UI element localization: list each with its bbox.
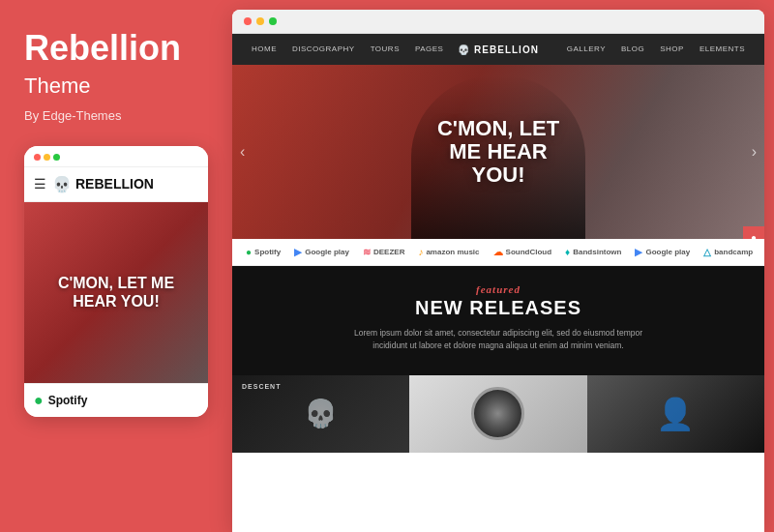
- bandsintown-text: Bandsintown: [573, 248, 621, 256]
- google-play-icon: ▶: [294, 247, 302, 257]
- mobile-bottom: ● Spotify: [24, 383, 208, 417]
- mobile-hero: C'MON, LET ME HEAR YOU!: [24, 202, 208, 383]
- soundcloud-icon: ☁: [493, 247, 503, 257]
- browser-dot-green[interactable]: [269, 17, 277, 25]
- mobile-top-bar: [24, 146, 208, 167]
- streaming-spotify[interactable]: ● Spotify: [246, 247, 281, 257]
- streaming-bandsintown[interactable]: ♦ Bandsintown: [565, 247, 621, 257]
- album-card-descent[interactable]: 💀 DESCENT: [232, 375, 409, 453]
- nav-item-discography[interactable]: DISCOGRAPHY: [284, 34, 363, 65]
- hero-title: C'MON, LETME HEARYOU!: [437, 117, 559, 188]
- mobile-dots: [34, 154, 60, 161]
- mobile-header: ☰ 💀 REBELLION: [24, 167, 208, 202]
- streaming-bandcamp[interactable]: △ bandcamp: [703, 247, 753, 257]
- vinyl-art: [471, 387, 524, 440]
- album-title-descent: DESCENT: [242, 383, 281, 390]
- nav-skull-icon: 💀: [458, 44, 470, 55]
- bandcamp-icon: △: [703, 247, 711, 257]
- site-nav: HOME DISCOGRAPHY TOURS PAGES 💀 REBELLION…: [232, 34, 764, 65]
- hair-art: 👤: [656, 396, 695, 432]
- streaming-bar: ● Spotify ▶ Google play ≋ DEEZER ♪ amazo…: [232, 239, 764, 266]
- hero-text-block: C'MON, LETME HEARYOU!: [437, 117, 559, 188]
- album-art-hair: 👤: [587, 375, 764, 453]
- browser-dot-yellow[interactable]: [256, 17, 264, 25]
- featured-description: Lorem ipsum dolor sit amet, consectetur …: [343, 327, 653, 352]
- google-play-text: Google play: [305, 248, 349, 256]
- dot-red: [34, 154, 41, 161]
- new-releases-title: NEW RELEASES: [252, 297, 745, 319]
- google-play-2-icon: ▶: [635, 247, 642, 257]
- streaming-google-play[interactable]: ▶ Google play: [294, 247, 349, 257]
- streaming-amazon[interactable]: ♪ amazon music: [418, 247, 479, 257]
- bandcamp-text: bandcamp: [714, 248, 753, 256]
- hamburger-icon[interactable]: ☰: [34, 176, 46, 192]
- streaming-deezer[interactable]: ≋ DEEZER: [363, 247, 404, 257]
- mobile-hero-text: C'MON, LET ME HEAR YOU!: [24, 264, 208, 320]
- soundcloud-text: SoundCloud: [506, 248, 552, 256]
- nav-item-tours[interactable]: TOURS: [363, 34, 407, 65]
- dot-yellow: [44, 154, 50, 161]
- streaming-google-play-2[interactable]: ▶ Google play: [635, 247, 690, 257]
- album-art-vinyl: [409, 375, 586, 453]
- skull-icon: 💀: [52, 175, 72, 193]
- amazon-icon: ♪: [418, 247, 423, 257]
- browser-bar: [232, 10, 764, 34]
- site-content: HOME DISCOGRAPHY TOURS PAGES 💀 REBELLION…: [232, 34, 764, 532]
- hero-next-arrow[interactable]: ›: [752, 143, 757, 161]
- mobile-mockup: ☰ 💀 REBELLION C'MON, LET ME HEAR YOU! ● …: [24, 146, 208, 417]
- nav-item-gallery[interactable]: GALLERY: [559, 34, 613, 65]
- by-line: By Edge-Themes: [24, 108, 208, 123]
- nav-logo-text: REBELLION: [474, 44, 539, 55]
- side-icons: ● 🛒: [743, 226, 764, 239]
- amazon-text: amazon music: [426, 248, 479, 256]
- browser-mockup: HOME DISCOGRAPHY TOURS PAGES 💀 REBELLION…: [232, 10, 764, 532]
- site-hero: C'MON, LETME HEARYOU! ‹ › ● 🛒: [232, 65, 764, 239]
- deezer-text: DEEZER: [373, 248, 404, 256]
- featured-section: featured NEW RELEASES Lorem ipsum dolor …: [232, 266, 764, 375]
- deezer-icon: ≋: [363, 247, 371, 257]
- browser-dot-red[interactable]: [244, 17, 252, 25]
- spotify-icon: ●: [246, 247, 252, 257]
- nav-item-pages[interactable]: PAGES: [407, 34, 451, 65]
- streaming-soundcloud[interactable]: ☁ SoundCloud: [493, 247, 552, 257]
- featured-label: featured: [252, 283, 745, 295]
- nav-item-home[interactable]: HOME: [244, 34, 284, 65]
- mobile-logo-text: REBELLION: [75, 176, 154, 192]
- dot-green: [53, 154, 60, 161]
- nav-item-blog[interactable]: BLOG: [613, 34, 652, 65]
- google-play-2-text: Google play: [645, 248, 690, 256]
- spotify-text: Spotify: [254, 248, 281, 256]
- side-icon-circle[interactable]: ●: [743, 226, 764, 239]
- album-card-hair[interactable]: 👤: [587, 375, 764, 453]
- mobile-logo: 💀 REBELLION: [52, 175, 154, 193]
- hero-prev-arrow[interactable]: ‹: [240, 143, 245, 161]
- nav-logo: 💀 REBELLION: [458, 44, 539, 55]
- theme-subtitle: Theme: [24, 74, 208, 99]
- album-card-vinyl[interactable]: [409, 375, 586, 453]
- bandsintown-icon: ♦: [565, 247, 570, 257]
- theme-title: Rebellion: [24, 29, 208, 68]
- spotify-label: Spotify: [48, 394, 88, 407]
- spotify-icon: ●: [34, 392, 44, 409]
- descent-skull-art: 💀: [304, 398, 338, 429]
- left-panel: Rebellion Theme By Edge-Themes ☰ 💀 REBEL…: [0, 0, 232, 532]
- nav-left: HOME DISCOGRAPHY TOURS PAGES: [244, 34, 458, 65]
- nav-item-elements[interactable]: ELEMENTS: [692, 34, 753, 65]
- nav-right: GALLERY BLOG SHOP ELEMENTS: [539, 34, 753, 65]
- nav-item-shop[interactable]: SHOP: [652, 34, 692, 65]
- albums-row: 💀 DESCENT 👤: [232, 375, 764, 453]
